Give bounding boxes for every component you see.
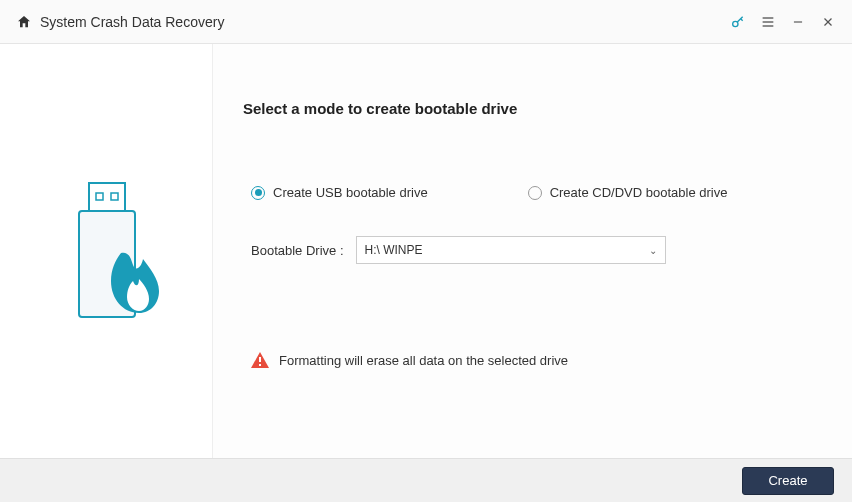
svg-rect-7 (89, 183, 125, 211)
main-panel: Select a mode to create bootable drive C… (213, 44, 852, 458)
warning-message: Formatting will erase all data on the se… (243, 352, 822, 368)
radio-usb-bootable[interactable]: Create USB bootable drive (251, 185, 428, 200)
key-icon[interactable] (730, 14, 746, 30)
menu-icon[interactable] (760, 14, 776, 30)
bootable-drive-label: Bootable Drive : (251, 243, 344, 258)
svg-rect-12 (259, 364, 261, 366)
svg-rect-8 (96, 193, 103, 200)
create-button-label: Create (768, 473, 807, 488)
svg-point-0 (733, 21, 738, 26)
drive-select-value: H:\ WINPE (365, 243, 423, 257)
page-title: System Crash Data Recovery (40, 14, 224, 30)
radio-cd-dvd-bootable[interactable]: Create CD/DVD bootable drive (528, 185, 728, 200)
footer-bar: Create (0, 458, 852, 502)
minimize-icon[interactable] (790, 14, 806, 30)
warning-icon (251, 352, 269, 368)
radio-selected-icon (251, 186, 265, 200)
illustration-panel (0, 44, 213, 458)
svg-rect-9 (111, 193, 118, 200)
radio-usb-label: Create USB bootable drive (273, 185, 428, 200)
usb-drive-icon (61, 181, 151, 321)
home-icon[interactable] (16, 14, 32, 30)
chevron-down-icon: ⌄ (649, 245, 657, 256)
create-button[interactable]: Create (742, 467, 834, 495)
svg-rect-11 (259, 357, 261, 362)
radio-unselected-icon (528, 186, 542, 200)
radio-cd-label: Create CD/DVD bootable drive (550, 185, 728, 200)
bootable-drive-select[interactable]: H:\ WINPE ⌄ (356, 236, 666, 264)
panel-heading: Select a mode to create bootable drive (243, 100, 822, 117)
warning-text: Formatting will erase all data on the se… (279, 353, 568, 368)
close-icon[interactable] (820, 14, 836, 30)
title-bar: System Crash Data Recovery (0, 0, 852, 44)
